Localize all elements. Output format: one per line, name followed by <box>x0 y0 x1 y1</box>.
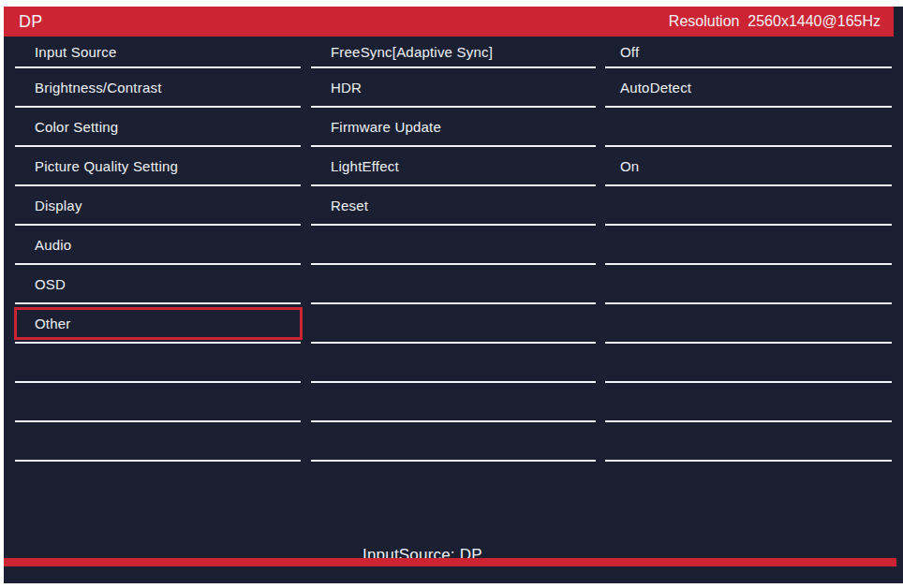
menu-row-empty <box>311 265 596 304</box>
menu-column-values: OffAutoDetectOn <box>605 37 892 462</box>
menu-item-label: Input Source <box>15 44 116 60</box>
menu-row-empty <box>311 383 596 422</box>
menu-row-empty <box>605 304 892 344</box>
menu-item-label: HDR <box>311 80 362 96</box>
menu-item-firmware-update[interactable]: Firmware Update <box>311 108 596 147</box>
menu-item-display[interactable]: Display <box>15 186 301 226</box>
menu-item-label: Picture Quality Setting <box>15 158 178 174</box>
menu-item-osd[interactable]: OSD <box>15 265 301 304</box>
menu-item-freesync-adaptive-sync[interactable]: FreeSync[Adaptive Sync] <box>311 37 596 68</box>
menu-row-empty <box>311 422 596 462</box>
menu-item-autodetect[interactable]: AutoDetect <box>605 68 892 108</box>
menu-row-empty <box>15 383 301 422</box>
menu-column-submenu: FreeSync[Adaptive Sync]HDRFirmware Updat… <box>311 37 596 462</box>
menu-item-on[interactable]: On <box>605 147 892 186</box>
menu-item-input-source[interactable]: Input Source <box>15 37 301 68</box>
menu-item-label: On <box>605 158 639 174</box>
menu-item-label: Audio <box>15 237 71 253</box>
menu-item-label: Other <box>15 316 71 331</box>
menu-item-color-setting[interactable]: Color Setting <box>15 108 301 147</box>
menu-item-picture-quality-setting[interactable]: Picture Quality Setting <box>15 147 301 186</box>
menu-item-audio[interactable]: Audio <box>15 226 301 265</box>
active-input-label: DP <box>19 12 43 32</box>
menu-row-empty <box>311 304 596 344</box>
menu-row-empty <box>605 422 892 462</box>
menu-item-label: AutoDetect <box>605 80 691 96</box>
osd-panel: DP Resolution 2560x1440@165Hz Input Sour… <box>4 7 903 583</box>
menu-row-empty <box>15 344 301 383</box>
menu-item-brightness-contrast[interactable]: Brightness/Contrast <box>15 68 301 108</box>
menu-item-lighteffect[interactable]: LightEffect <box>311 147 596 186</box>
menu-row-empty <box>605 344 892 383</box>
menu-row-empty <box>605 226 892 265</box>
resolution-label: Resolution 2560x1440@165Hz <box>669 13 881 30</box>
menu-row-empty <box>605 265 892 304</box>
menu-row-empty <box>605 383 892 422</box>
osd-title-bar: DP Resolution 2560x1440@165Hz <box>4 7 894 37</box>
status-info: InputSource: DP Resolution 2560x1440@165… <box>363 504 593 588</box>
bottom-accent-bar <box>4 558 896 566</box>
menu-column-main: Input SourceBrightness/ContrastColor Set… <box>15 37 301 462</box>
menu-row-empty <box>311 344 596 383</box>
menu-row-empty <box>15 422 301 462</box>
menu-item-label: OSD <box>15 276 66 292</box>
menu-item-label: Display <box>15 198 82 213</box>
menu-item-other[interactable]: Other <box>15 304 301 344</box>
menu-item-label: Reset <box>311 198 368 213</box>
menu-item-label: Firmware Update <box>311 119 441 135</box>
menu-row-empty <box>605 186 892 226</box>
menu-item-reset[interactable]: Reset <box>311 186 596 226</box>
menu-item-label: FreeSync[Adaptive Sync] <box>311 44 493 60</box>
menu-row-empty <box>605 108 892 147</box>
menu-item-label: Color Setting <box>15 119 118 135</box>
menu-item-hdr[interactable]: HDR <box>311 68 596 108</box>
menu-item-label: Off <box>605 44 639 60</box>
menu-row-empty <box>311 226 596 265</box>
menu-item-label: Brightness/Contrast <box>15 80 162 96</box>
menu-item-off[interactable]: Off <box>605 37 892 68</box>
menu-item-label: LightEffect <box>311 158 399 174</box>
